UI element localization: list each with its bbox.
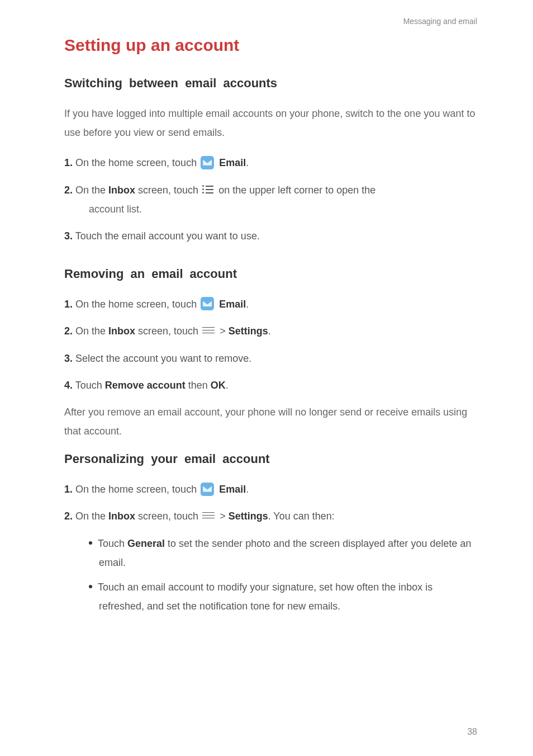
step-number: 2. [64, 511, 73, 522]
step-number: 1. [64, 299, 73, 310]
general-label: General [127, 538, 165, 549]
switching-steps: 1. On the home screen, touch Email. 2. O… [64, 153, 477, 245]
step-number: 3. [64, 230, 73, 242]
step-number: 1. [64, 157, 73, 168]
removing-step-1: 1. On the home screen, touch Email. [64, 295, 477, 314]
step-text: screen, touch [135, 185, 201, 196]
switching-step-2: 2. On the Inbox screen, touch on the upp… [64, 181, 477, 219]
removing-after-text: After you remove an email account, your … [64, 403, 477, 441]
step-text: . [246, 157, 249, 168]
inbox-label: Inbox [108, 511, 135, 522]
inbox-label: Inbox [108, 185, 135, 196]
page-header-section: Messaging and email [64, 17, 477, 26]
heading-personalizing: Personalizing your email account [64, 452, 477, 466]
settings-label: Settings [229, 511, 268, 522]
step-text: Select the account you want to remove. [73, 353, 251, 364]
step-text: . [226, 380, 229, 391]
menu-icon [202, 511, 215, 520]
step-text: on the upper left corner to open the [216, 185, 375, 196]
email-label: Email [219, 299, 246, 310]
step-text: On the [73, 325, 108, 337]
step-text: On the home screen, touch [73, 157, 199, 168]
step-number: 1. [64, 484, 73, 495]
bullet-text: Touch [98, 538, 127, 549]
switching-intro: If you have logged into multiple email a… [64, 104, 477, 142]
switching-step-3: 3. Touch the email account you want to u… [64, 226, 477, 245]
bullet-text: Touch an email account to modify your si… [98, 582, 432, 612]
step-text: On the home screen, touch [73, 299, 199, 310]
step-text: Touch [73, 380, 105, 391]
step-number: 3. [64, 353, 73, 364]
email-app-icon [201, 483, 214, 496]
step-text: . [246, 484, 249, 495]
remove-account-label: Remove account [105, 380, 185, 391]
email-label: Email [219, 484, 246, 495]
step-text: On the [73, 511, 108, 522]
step-number: 2. [64, 185, 73, 196]
inbox-label: Inbox [108, 325, 135, 337]
page-title: Setting up an account [64, 36, 477, 55]
removing-step-3: 3. Select the account you want to remove… [64, 349, 477, 368]
step-text: . [268, 325, 271, 337]
email-app-icon [201, 297, 214, 310]
ok-label: OK [211, 380, 226, 391]
step-text: Touch the email account you want to use. [73, 230, 260, 242]
step-number: 4. [64, 380, 73, 391]
personalizing-bullet-2: Touch an email account to modify your si… [64, 578, 477, 616]
heading-removing: Removing an email account [64, 267, 477, 281]
heading-switching: Switching between email accounts [64, 76, 477, 91]
step-text: . [246, 299, 249, 310]
personalizing-bullet-1: Touch General to set the sender photo an… [64, 534, 477, 572]
email-app-icon [201, 156, 214, 169]
personalizing-step-1: 1. On the home screen, touch Email. [64, 480, 477, 499]
gt-separator: > [217, 511, 229, 522]
step-text: screen, touch [135, 511, 201, 522]
menu-icon [202, 326, 215, 335]
step-text: . You can then: [268, 511, 335, 522]
bullet-dot-icon [89, 585, 92, 588]
bullet-dot-icon [89, 541, 92, 545]
switching-step-1: 1. On the home screen, touch Email. [64, 153, 477, 172]
gt-separator: > [217, 325, 229, 337]
email-label: Email [219, 157, 246, 168]
step-text: On the home screen, touch [73, 484, 199, 495]
personalizing-steps: 1. On the home screen, touch Email. 2. O… [64, 480, 477, 526]
step-text: then [185, 380, 211, 391]
step-text-continuation: account list. [77, 200, 477, 219]
removing-step-4: 4. Touch Remove account then OK. [64, 376, 477, 395]
step-number: 2. [64, 325, 73, 337]
personalizing-step-2: 2. On the Inbox screen, touch > Settings… [64, 507, 477, 526]
page-number: 38 [467, 727, 477, 737]
step-text: screen, touch [135, 325, 201, 337]
account-list-icon [202, 185, 213, 195]
removing-step-2: 2. On the Inbox screen, touch > Settings… [64, 322, 477, 341]
removing-steps: 1. On the home screen, touch Email. 2. O… [64, 295, 477, 395]
step-text: On the [73, 185, 108, 196]
settings-label: Settings [229, 325, 268, 337]
